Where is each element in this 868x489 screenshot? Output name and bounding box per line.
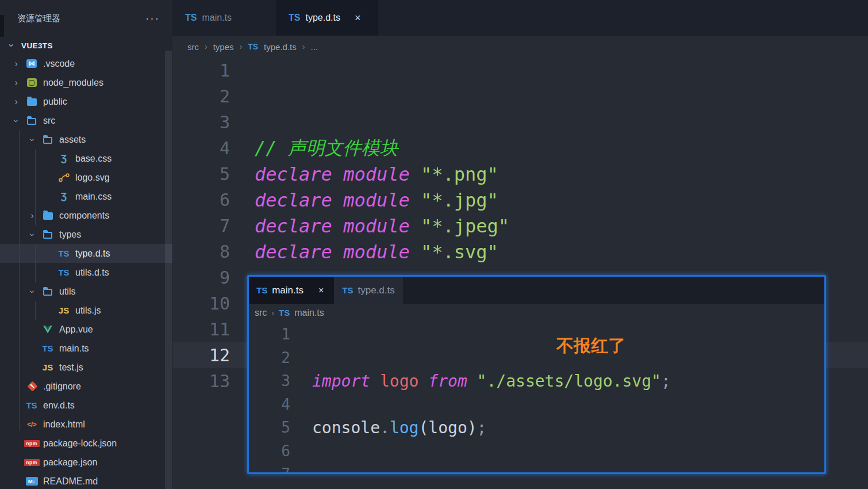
typescript-file-icon: TS xyxy=(55,249,72,258)
tree-item-package-lock-json[interactable]: npm package-lock.json xyxy=(0,434,172,453)
typescript-file-icon: TS xyxy=(39,343,56,353)
explorer-header: 资源管理器 ··· xyxy=(0,0,172,37)
tree-item-assets[interactable]: › assets xyxy=(0,130,172,149)
close-icon[interactable]: × xyxy=(355,13,361,23)
tree-item-logo-svg[interactable]: logo.svg xyxy=(0,168,172,187)
editor-group: TS main.ts TS type.d.ts × src › types › … xyxy=(172,0,868,489)
code-line[interactable]: 5 declare module "*.png" xyxy=(172,161,868,187)
breadcrumb-src[interactable]: src xyxy=(187,42,199,52)
chevron-right-icon[interactable]: › xyxy=(9,58,23,70)
project-root-label: VUE3TS xyxy=(21,41,53,50)
chevron-right-icon[interactable]: › xyxy=(9,96,23,108)
explorer-sidebar: 资源管理器 ··· › VUE3TS › ⋈ .vscode › node_mo… xyxy=(0,0,172,489)
active-line-number: 12 xyxy=(172,345,240,365)
editor-tabbar: TS main.ts TS type.d.ts × xyxy=(172,0,868,36)
typescript-file-icon: TS xyxy=(279,308,290,318)
tree-item-vscode[interactable]: › ⋈ .vscode xyxy=(0,54,172,73)
explorer-title: 资源管理器 xyxy=(17,13,60,24)
code-line[interactable]: 7 declare module "*.jpeg" xyxy=(172,213,868,239)
code-line[interactable]: 4 xyxy=(249,393,824,417)
chevron-down-icon[interactable]: › xyxy=(6,39,17,52)
css-file-icon: Ʒ xyxy=(55,191,72,203)
tree-item-index-html[interactable]: </> index.html xyxy=(0,415,172,434)
chevron-down-icon[interactable]: › xyxy=(26,228,38,242)
chevron-down-icon[interactable]: › xyxy=(26,285,38,299)
tree-item-gitignore[interactable]: .gitignore xyxy=(0,377,172,396)
tree-item-public[interactable]: › public xyxy=(0,92,172,111)
breadcrumb-file[interactable]: main.ts xyxy=(294,308,324,318)
tree-item-utils-d-ts[interactable]: TS utils.d.ts xyxy=(0,263,172,282)
tree-item-main-css[interactable]: Ʒ main.css xyxy=(0,187,172,206)
breadcrumb-types[interactable]: types xyxy=(213,42,234,52)
code-line[interactable]: 4 // 声明文件模块 xyxy=(172,135,868,161)
code-line[interactable]: 6 xyxy=(249,440,824,463)
indent-guide xyxy=(35,150,36,226)
inset-tabbar: TS main.ts × TS type.d.ts xyxy=(249,277,824,304)
tree-item-app-vue[interactable]: App.vue xyxy=(0,320,172,339)
code-line[interactable]: 1 xyxy=(249,323,824,346)
sidebar-scrollbar[interactable] xyxy=(165,51,172,489)
code-line[interactable]: 3 xyxy=(172,109,868,135)
breadcrumb-src[interactable]: src xyxy=(255,308,267,318)
tree-item-readme-md[interactable]: M↓ README.md xyxy=(0,472,172,489)
inset-tab-type-d-ts[interactable]: TS type.d.ts xyxy=(334,277,402,304)
open-folder-icon xyxy=(39,136,56,144)
open-folder-icon xyxy=(39,288,56,296)
code-line[interactable]: 8 declare module "*.svg" xyxy=(172,239,868,265)
html-file-icon: </> xyxy=(23,420,40,429)
tree-item-utils[interactable]: › utils xyxy=(0,282,172,301)
inset-code-editor[interactable]: 1 2 3 import logo from "./assets/logo.sv… xyxy=(249,322,824,474)
svg-file-icon xyxy=(55,173,72,182)
css-file-icon: Ʒ xyxy=(55,153,72,165)
vscode-window: 资源管理器 ··· › VUE3TS › ⋈ .vscode › node_mo… xyxy=(0,0,868,489)
code-line[interactable]: 3 import logo from "./assets/logo.svg"; xyxy=(249,369,824,393)
indent-guide xyxy=(35,244,36,282)
tree-item-type-d-ts[interactable]: TS type.d.ts xyxy=(0,244,172,263)
tree-item-base-css[interactable]: Ʒ base.css xyxy=(0,149,172,168)
vue-file-icon xyxy=(39,326,56,334)
close-icon[interactable]: × xyxy=(318,286,324,295)
window-edge xyxy=(0,15,4,37)
tree-item-utils-js[interactable]: JS utils.js xyxy=(0,301,172,320)
typescript-file-icon: TS xyxy=(289,13,300,23)
indent-guide xyxy=(35,301,36,320)
code-line[interactable]: 6 declare module "*.jpg" xyxy=(172,187,868,213)
chevron-down-icon[interactable]: › xyxy=(10,114,22,128)
typescript-file-icon: TS xyxy=(23,400,40,410)
chevron-down-icon[interactable]: › xyxy=(26,133,38,147)
node-modules-folder-icon xyxy=(23,78,40,87)
code-line[interactable]: 5 console.log(logo); xyxy=(249,416,824,440)
javascript-file-icon: JS xyxy=(55,305,72,315)
code-line[interactable]: 7 xyxy=(249,463,824,474)
tree-item-types[interactable]: › types xyxy=(0,225,172,244)
code-line[interactable]: 2 xyxy=(249,346,824,370)
inset-screenshot: TS main.ts × TS type.d.ts src › TS main.… xyxy=(247,275,826,474)
breadcrumb-more[interactable]: ... xyxy=(310,42,318,52)
tree-item-main-ts[interactable]: TS main.ts xyxy=(0,339,172,358)
tab-type-d-ts[interactable]: TS type.d.ts × xyxy=(276,0,378,36)
open-folder-icon xyxy=(39,231,56,239)
typescript-file-icon: TS xyxy=(185,13,197,23)
tree-item-node-modules[interactable]: › node_modules xyxy=(0,73,172,92)
tree-item-components[interactable]: › components xyxy=(0,206,172,225)
chevron-separator-icon: › xyxy=(302,42,305,51)
explorer-more-actions-icon[interactable]: ··· xyxy=(145,16,160,21)
code-line[interactable]: 2 xyxy=(172,83,868,109)
chevron-right-icon[interactable]: › xyxy=(25,210,39,221)
markdown-file-icon: M↓ xyxy=(23,477,40,486)
breadcrumb-file[interactable]: type.d.ts xyxy=(264,42,297,52)
open-folder-icon xyxy=(23,117,40,125)
chevron-separator-icon: › xyxy=(271,308,274,318)
javascript-file-icon: JS xyxy=(39,362,56,372)
project-root-row[interactable]: › VUE3TS xyxy=(0,37,172,54)
tree-item-test-js[interactable]: JS test.js xyxy=(0,358,172,377)
code-line[interactable]: 1 xyxy=(172,58,868,83)
chevron-right-icon[interactable]: › xyxy=(9,77,23,89)
tree-item-env-d-ts[interactable]: TS env.d.ts xyxy=(0,396,172,415)
annotation-text: 不报红了 xyxy=(556,334,625,358)
tree-item-src[interactable]: › src xyxy=(0,111,172,130)
tree-item-package-json[interactable]: npm package.json xyxy=(0,453,172,472)
inset-tab-main-ts[interactable]: TS main.ts × xyxy=(247,277,334,304)
tab-main-ts[interactable]: TS main.ts xyxy=(172,0,276,36)
tab-label: main.ts xyxy=(272,285,304,296)
